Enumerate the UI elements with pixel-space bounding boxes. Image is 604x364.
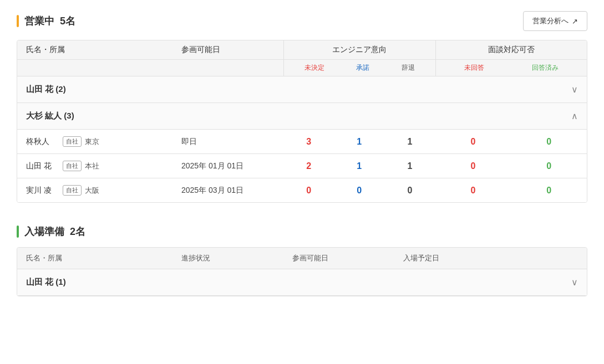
date-text: 即日: [181, 137, 197, 146]
num-accepted: 1: [351, 161, 368, 171]
num-resigned: 1: [402, 161, 418, 171]
nyujochuanbi-header: 入場準備 2名: [17, 225, 587, 238]
page: 営業中 5名 営業分析へ ↗ 氏名・所属 参画可能日 エンジニア意向 面談対応可: [0, 0, 604, 364]
engineer-sub-labels: 未決定 承諾 辞退: [283, 60, 435, 76]
num-accepted: 1: [351, 137, 368, 147]
location: 東京: [85, 137, 99, 147]
chevron-down-icon: ∨: [571, 84, 578, 95]
num-unanswered: 0: [465, 186, 481, 196]
label-unanswered: 未回答: [464, 63, 484, 73]
num-answered: 0: [541, 137, 557, 147]
eigyochu-title-text: 営業中: [24, 14, 54, 28]
badge-jisha: 自社: [63, 185, 82, 196]
t2-col-name: 氏名・所属: [17, 248, 172, 269]
location: 本社: [85, 161, 99, 171]
cell-date-hiiragi: 即日: [172, 137, 283, 147]
num-resigned: 0: [402, 186, 418, 196]
group-yamada-hana[interactable]: 山田 花 (2) ∨: [17, 76, 587, 103]
group-nyuju-yamada-name: 山田 花 (1): [26, 277, 66, 288]
label-resigned: 辞退: [402, 63, 415, 73]
table-row: 山田 花 自社 本社 2025年 01月 01日 2 1 1 0 0: [17, 154, 587, 178]
header-sub-row: 未決定 承諾 辞退 未回答 回答済み: [17, 60, 587, 76]
external-link-icon: ↗: [572, 17, 578, 25]
badge-jisha: 自社: [63, 161, 82, 171]
num-answered: 0: [541, 186, 557, 196]
col-engineer-header: エンジニア意向: [283, 40, 435, 59]
num-accepted: 0: [351, 186, 368, 196]
date-text: 2025年 01月 01日: [181, 161, 243, 170]
cell-name-jitsukawa: 実川 凌 自社 大阪: [17, 185, 172, 196]
num-unanswered: 0: [465, 137, 481, 147]
chevron-down-icon: ∨: [571, 277, 578, 288]
chevron-up-icon: ∧: [571, 111, 578, 121]
num-answered: 0: [541, 161, 557, 171]
label-accepted: 承諾: [356, 63, 369, 73]
cells-engineer: 3 1 1: [283, 137, 435, 147]
person-name: 実川 凌: [26, 186, 59, 196]
cell-name-hiiragi: 柊秋人 自社 東京: [17, 136, 172, 147]
eigyochu-count: 5名: [60, 14, 75, 28]
badge-jisha: 自社: [63, 136, 82, 147]
cell-name-yamada: 山田 花 自社 本社: [17, 161, 172, 171]
num-resigned: 1: [402, 137, 418, 147]
label-undecided: 未決定: [304, 63, 324, 73]
cells-interview: 0 0: [435, 186, 587, 196]
eigyochu-header: 営業中 5名 営業分析へ ↗: [17, 11, 587, 31]
group-nyuju-yamada[interactable]: 山田 花 (1) ∨: [17, 269, 587, 296]
cells-interview: 0 0: [435, 137, 587, 147]
num-undecided: 2: [301, 161, 317, 171]
table2-header: 氏名・所属 進捗状況 参画可能日 入場予定日: [17, 248, 587, 269]
analysis-button[interactable]: 営業分析へ ↗: [523, 11, 587, 31]
group-osugi-hiroto-name: 大杉 紘人 (3): [26, 111, 74, 121]
cells-engineer: 2 1 1: [283, 161, 435, 171]
group-osugi-hiroto[interactable]: 大杉 紘人 (3) ∧: [17, 103, 587, 130]
col-date-header: 参画可能日: [172, 40, 283, 59]
group-yamada-hana-name: 山田 花 (2): [26, 84, 66, 95]
cell-date-yamada: 2025年 01月 01日: [172, 161, 283, 171]
table-header: 氏名・所属 参画可能日 エンジニア意向 面談対応可否 未決定 承諾 辞退: [17, 40, 587, 76]
t2-col-date: 参画可能日: [283, 248, 394, 269]
num-undecided: 0: [301, 186, 317, 196]
eigyochu-table: 氏名・所属 参画可能日 エンジニア意向 面談対応可否 未決定 承諾 辞退: [17, 40, 587, 203]
location: 大阪: [85, 186, 99, 196]
num-undecided: 3: [301, 137, 317, 147]
t2-col-progress: 進捗状況: [172, 248, 283, 269]
cell-date-jitsukawa: 2025年 03月 01日: [172, 186, 283, 196]
cells-engineer: 0 0 0: [283, 186, 435, 196]
table-row: 実川 凌 自社 大阪 2025年 03月 01日 0 0 0 0 0: [17, 178, 587, 202]
eigyochu-title: 営業中 5名: [17, 14, 75, 28]
t2-col-entry: 入場予定日: [394, 248, 587, 269]
nyujochuanbi-title-text: 入場準備: [24, 225, 64, 238]
header-top-row: 氏名・所属 参画可能日 エンジニア意向 面談対応可否: [17, 40, 587, 60]
interview-sub-labels: 未回答 回答済み: [435, 60, 587, 76]
col-interview-header: 面談対応可否: [435, 40, 587, 59]
num-unanswered: 0: [465, 161, 481, 171]
nyujochuanbi-title: 入場準備 2名: [17, 225, 85, 238]
table-row: 柊秋人 自社 東京 即日 3 1 1 0 0: [17, 130, 587, 154]
label-answered: 回答済み: [532, 63, 559, 73]
person-name: 柊秋人: [26, 137, 59, 147]
analysis-button-label: 営業分析へ: [532, 16, 569, 26]
cells-interview: 0 0: [435, 161, 587, 171]
nyujochuanbi-table: 氏名・所属 進捗状況 参画可能日 入場予定日 山田 花 (1) ∨: [17, 247, 587, 296]
nyujochuanbi-count: 2名: [70, 225, 85, 238]
person-name: 山田 花: [26, 161, 59, 171]
date-text: 2025年 03月 01日: [181, 186, 243, 194]
col-name-header: 氏名・所属: [17, 40, 172, 59]
